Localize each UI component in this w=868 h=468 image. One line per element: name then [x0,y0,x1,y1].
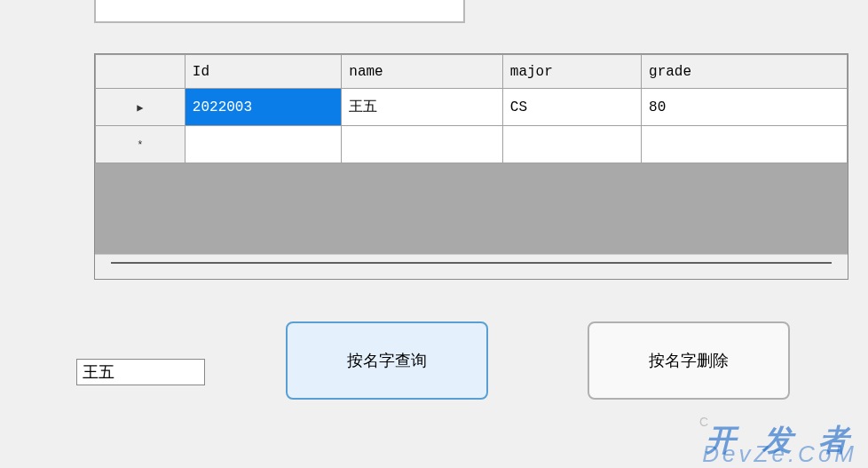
cell-major[interactable] [502,126,641,163]
row-indicator-new[interactable]: * [96,126,185,163]
search-by-name-button[interactable]: 按名字查询 [286,321,488,400]
scrollbar-thumb[interactable] [111,262,832,264]
cell-major[interactable]: CS [502,89,641,126]
watermark-faint: C [699,415,708,429]
cell-id[interactable]: 2022003 [185,89,341,126]
cell-name[interactable]: 王五 [342,89,503,126]
cell-name[interactable] [342,126,503,163]
table-row[interactable]: ▶ 2022003 王五 CS 80 [96,89,848,126]
column-header-name[interactable]: name [342,55,503,89]
grid-corner-cell[interactable] [96,55,185,89]
cell-id[interactable] [185,126,341,163]
cell-grade[interactable] [642,126,848,163]
table-row[interactable]: * [96,126,848,163]
delete-by-name-button[interactable]: 按名字删除 [588,321,790,400]
horizontal-scrollbar[interactable] [95,254,848,279]
name-search-input[interactable] [76,359,205,385]
grid-table: Id name major grade ▶ 2022003 王五 CS 80 * [95,54,848,163]
column-header-id[interactable]: Id [185,55,341,89]
column-header-grade[interactable]: grade [642,55,848,89]
grid-body: Id name major grade ▶ 2022003 王五 CS 80 * [95,54,848,258]
cell-grade[interactable]: 80 [642,89,848,126]
watermark-line1: 开 发 者 [706,420,857,461]
watermark-line2: DevZe.CoM [702,440,857,468]
data-grid[interactable]: Id name major grade ▶ 2022003 王五 CS 80 * [94,53,848,280]
row-indicator-current[interactable]: ▶ [96,89,185,126]
top-input-box[interactable] [94,0,465,23]
grid-empty-area [95,163,848,243]
column-header-major[interactable]: major [502,55,641,89]
grid-header-row: Id name major grade [96,55,848,89]
